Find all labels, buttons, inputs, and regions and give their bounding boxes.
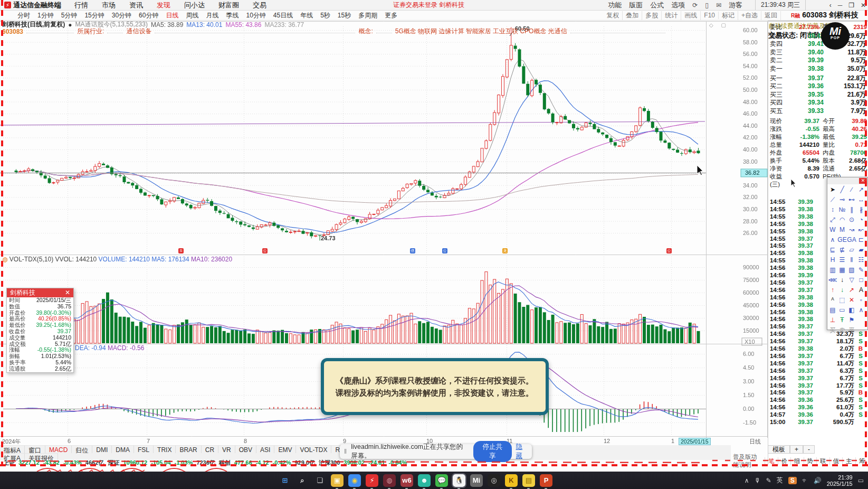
menu-item-公式[interactable]: 公式 <box>650 1 664 10</box>
draw-tool-icon[interactable]: ▥ <box>828 265 837 275</box>
taskbar-icon-notes[interactable]: ▤ <box>522 474 535 487</box>
period-周线[interactable]: 周线 <box>182 11 202 20</box>
period-月线[interactable]: 月线 <box>202 11 222 20</box>
tool-统计[interactable]: 统计 <box>662 11 681 20</box>
volume-icon[interactable]: 🔊 <box>814 477 822 484</box>
draw-tool-icon[interactable]: ↓ <box>837 275 847 285</box>
taskbar-icon-wind[interactable]: w6 <box>400 474 413 487</box>
taskbar-icon-chrome[interactable]: ◉ <box>348 474 361 487</box>
period-多周期[interactable]: 多周期 <box>355 11 381 20</box>
menu-item-版面[interactable]: 版面 <box>629 1 643 10</box>
event-flag-icon[interactable]: S <box>178 248 184 253</box>
panel-tab-势[interactable]: 势 <box>804 457 817 465</box>
period-年线[interactable]: 年线 <box>297 11 317 20</box>
draw-tool-icon[interactable]: ↜ <box>856 225 866 235</box>
notification-icon[interactable]: ▭ <box>858 477 864 484</box>
panel-tab-值[interactable]: 值 <box>829 457 843 465</box>
draw-tool-icon[interactable]: ▱ <box>847 245 856 255</box>
period-季线[interactable]: 季线 <box>222 11 242 20</box>
draw-tool-icon[interactable]: A <box>856 285 866 295</box>
taskbar-icon-camera[interactable]: ◎ <box>488 474 500 487</box>
taskbar-icon-wechat[interactable]: 💬 <box>435 474 448 487</box>
draw-tool-icon[interactable]: ⋢ <box>837 245 847 255</box>
panel-tab-价[interactable]: 价 <box>778 457 791 465</box>
tool-画线[interactable]: 画线 <box>681 11 701 20</box>
tool-返回[interactable]: 返回 <box>761 11 781 20</box>
draw-tool-icon[interactable]: Ŧ <box>837 315 847 325</box>
indicator-tab-窗口[interactable]: 窗口 <box>25 445 45 453</box>
indicator-tab-DMA[interactable]: DMA <box>112 445 134 453</box>
palette-titlebar[interactable]: ✕ <box>827 177 867 184</box>
event-flag-icon[interactable]: 龙 <box>502 248 508 253</box>
draw-tool-icon[interactable]: ∥ <box>847 205 856 215</box>
taskbar-icon-tdx[interactable]: ⚡ <box>366 474 378 487</box>
taskbar-icon-search[interactable]: ⌕ <box>296 474 309 487</box>
pane-option-icons[interactable]: ◇ ▢ <box>709 22 729 28</box>
tool-叠加[interactable]: 叠加 <box>623 11 642 20</box>
collapse-icon[interactable]: ‹ <box>829 2 832 9</box>
tool-F10[interactable]: F10 <box>701 12 719 19</box>
draw-tool-icon[interactable]: ↗ <box>856 185 866 195</box>
period-更多[interactable]: 更多 <box>381 11 401 20</box>
wifi-icon[interactable]: ᯤ <box>802 477 808 484</box>
draw-tool-icon[interactable]: H <box>828 255 837 265</box>
draw-tool-icon[interactable]: ▫ <box>856 295 866 305</box>
draw-tool-icon[interactable]: □ <box>856 275 866 285</box>
lang-indicator[interactable]: 英 <box>777 476 783 485</box>
menu-item-功能[interactable]: 功能 <box>608 1 622 10</box>
indicator-tab-EMV[interactable]: EMV <box>274 445 296 453</box>
draw-tool-icon[interactable]: ↕ <box>828 205 837 215</box>
maximize-icon[interactable]: ❐ <box>848 2 854 9</box>
menu-item-问小达[interactable]: 问小达 <box>177 1 212 10</box>
close-icon[interactable]: ✕ <box>861 2 866 9</box>
indicator-tab-MACD[interactable]: MACD <box>45 445 72 453</box>
draw-tool-icon[interactable]: M <box>837 225 847 235</box>
draw-tool-icon[interactable]: GE <box>837 235 847 245</box>
period-日线[interactable]: 日线 <box>162 11 182 20</box>
draw-tool-icon[interactable]: ↗ <box>847 285 856 295</box>
draw-tool-icon[interactable]: ⊷ <box>847 195 856 205</box>
draw-tool-icon[interactable]: ☷ <box>856 255 866 265</box>
menu-item-资讯[interactable]: 资讯 <box>122 1 150 10</box>
draw-tool-icon[interactable]: ↔ <box>856 195 866 205</box>
indicator-tab-CR[interactable]: CR <box>202 445 218 453</box>
event-flag-icon[interactable]: 公 <box>442 248 447 253</box>
period-60分钟[interactable]: 60分钟 <box>135 11 162 20</box>
taskbar-icon-task-view[interactable]: ❏ <box>313 474 326 487</box>
draw-tool-icon[interactable]: ⬚ <box>837 295 847 305</box>
indicator-tab-DMI[interactable]: DMI <box>92 445 112 453</box>
draw-tool-icon[interactable]: ∕ <box>847 185 856 195</box>
draw-tool-icon[interactable]: ▧ <box>847 265 856 275</box>
stop-share-button[interactable]: 停止共享 <box>473 441 512 462</box>
period-1分钟[interactable]: 1分钟 <box>34 11 58 20</box>
draw-tool-icon[interactable]: ⋘ <box>828 275 837 285</box>
draw-tool-icon[interactable]: ⊏ <box>856 235 866 245</box>
indicator-tab-TRIX[interactable]: TRIX <box>154 445 176 453</box>
indicator-tab-FSL[interactable]: FSL <box>134 445 154 453</box>
tool-+自选[interactable]: +自选 <box>738 11 761 20</box>
draw-tool-icon[interactable]: ⟋ <box>828 195 837 205</box>
draw-tool-icon[interactable]: ⊥ <box>828 315 837 325</box>
mic-icon[interactable]: 🎙 <box>755 477 761 484</box>
indicator-tab-VOL-TDX[interactable]: VOL-TDX <box>296 445 331 453</box>
toolbar-mini-icon-0[interactable]: ⟳ <box>692 2 698 9</box>
draw-tool-icon[interactable]: W <box>828 225 837 235</box>
menu-item-选项[interactable]: 选项 <box>671 1 685 10</box>
draw-tool-icon[interactable]: ▤ <box>828 305 837 315</box>
draw-tool-icon[interactable]: ⊸ <box>837 195 847 205</box>
menu-item-发现[interactable]: 发现 <box>150 1 177 10</box>
panel-cell-模板[interactable]: 模板 <box>768 445 790 454</box>
tool-复权[interactable]: 复权 <box>603 11 623 20</box>
draw-tool-icon[interactable]: ⤢ <box>828 215 837 225</box>
draw-tool-icon[interactable]: ↓ <box>837 285 847 295</box>
indicator-tab-归位[interactable]: 归位 <box>72 445 92 453</box>
panel-tab-细[interactable]: 细 <box>790 457 804 465</box>
indicator-tab-VR[interactable]: VR <box>218 445 235 453</box>
panel-cell--[interactable]: - <box>803 445 815 454</box>
draw-tool-icon[interactable]: ☰ <box>837 255 847 265</box>
draw-tool-icon[interactable]: ◠ <box>837 215 847 225</box>
event-flag-icon[interactable]: 信 <box>410 248 415 253</box>
period-5秒[interactable]: 5秒 <box>317 11 334 20</box>
draw-tool-icon[interactable]: ⊑ <box>828 245 837 255</box>
menu-item-市场[interactable]: 市场 <box>95 1 122 10</box>
